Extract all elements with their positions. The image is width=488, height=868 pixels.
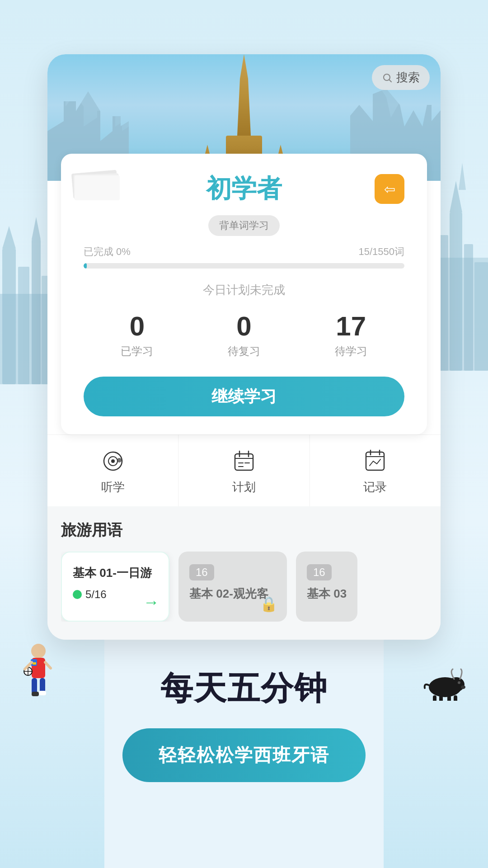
svg-marker-6: [32, 217, 41, 240]
svg-rect-3: [32, 240, 41, 384]
svg-marker-11: [459, 163, 466, 190]
svg-point-29: [448, 677, 465, 692]
svg-point-35: [461, 685, 465, 689]
progress-labels: 已完成 0% 15/1550词: [84, 245, 404, 259]
lesson-1-progress-text: 5/16: [85, 588, 107, 601]
lesson-2-count: 16: [189, 564, 214, 580]
svg-rect-32: [447, 695, 451, 701]
search-icon: [382, 72, 393, 83]
headphones-icon: [100, 448, 126, 474]
svg-rect-17: [33, 662, 36, 665]
bottom-section: 每天五分钟 轻轻松松学西班牙语: [104, 640, 384, 868]
svg-rect-47: [235, 454, 253, 470]
course-title: 初学者: [206, 172, 282, 206]
lesson-card-1[interactable]: 基本 01-一日游 5/16 →: [61, 552, 169, 622]
lesson-3-title: 基本 03: [307, 586, 347, 602]
svg-rect-31: [439, 695, 443, 701]
exchange-button[interactable]: ⇦: [375, 174, 404, 204]
svg-line-27: [45, 662, 51, 668]
svg-rect-13: [474, 262, 488, 371]
soccer-player-illustration: [18, 637, 59, 696]
svg-line-39: [389, 80, 392, 82]
stat-pending: 17 待学习: [335, 311, 367, 359]
svg-point-14: [31, 644, 46, 658]
nav-listen-label: 听学: [101, 479, 125, 495]
svg-rect-54: [366, 452, 384, 470]
lessons-section-title: 旅游用语: [61, 520, 427, 541]
svg-rect-9: [450, 212, 462, 371]
svg-rect-18: [32, 678, 37, 694]
course-header: 初学者 ⇦: [84, 172, 404, 206]
exchange-icon: ⇦: [384, 181, 395, 197]
svg-rect-30: [433, 695, 436, 701]
record-icon: [362, 448, 388, 474]
left-city-silhouette: [0, 158, 52, 384]
progress-bar: [84, 263, 404, 269]
svg-point-46: [117, 458, 122, 462]
nav-plan[interactable]: 计划: [178, 435, 310, 506]
search-label: 搜索: [396, 70, 420, 85]
course-badge: 背单词学习: [208, 215, 280, 236]
stat-review-label: 待复习: [228, 344, 260, 359]
progress-section: 已完成 0% 15/1550词: [84, 245, 404, 269]
stat-studied: 0 已学习: [121, 311, 153, 359]
svg-rect-33: [454, 695, 457, 701]
svg-rect-21: [39, 691, 46, 695]
svg-point-34: [458, 681, 460, 684]
lesson-card-2[interactable]: 16 基本 02-观光客 🔒: [178, 552, 287, 622]
stat-studied-label: 已学习: [121, 344, 153, 359]
badge-row: 背单词学习: [84, 215, 404, 236]
continue-button[interactable]: 继续学习: [84, 377, 404, 416]
progress-right: 15/1550词: [358, 245, 404, 259]
nav-listen[interactable]: 听学: [47, 435, 178, 506]
progress-left: 已完成 0%: [84, 245, 131, 259]
lesson-cards: 基本 01-一日游 5/16 → 16 基本 02-观光客 🔒 16 基本 03: [61, 552, 427, 622]
nav-icons: 听学 计划 记录: [47, 434, 441, 506]
plan-icon: [231, 448, 257, 474]
progress-fill: [84, 263, 87, 269]
continue-label: 继续学习: [211, 386, 277, 408]
tagline-title: 每天五分钟: [122, 667, 366, 710]
phone-card: 搜索 初学者 ⇦ 背单词学习 已完成 0% 15/1550词: [47, 54, 441, 640]
lesson-card-3[interactable]: 16 基本 03: [296, 552, 357, 622]
course-card: 初学者 ⇦ 背单词学习 已完成 0% 15/1550词 今日计划未完成 0: [61, 154, 427, 434]
stat-review: 0 待复习: [228, 311, 260, 359]
bull-illustration: [420, 665, 465, 701]
lesson-1-arrow: →: [143, 593, 160, 612]
stat-studied-number: 0: [121, 311, 153, 341]
svg-rect-1: [2, 249, 16, 384]
nav-plan-label: 计划: [232, 479, 256, 495]
cta-label: 轻轻松松学西班牙语: [159, 745, 329, 765]
nav-record-label: 记录: [363, 479, 387, 495]
lesson-3-count: 16: [307, 564, 332, 580]
search-button[interactable]: 搜索: [372, 65, 430, 90]
stat-pending-number: 17: [335, 311, 367, 341]
svg-rect-20: [32, 692, 39, 696]
svg-point-45: [111, 459, 115, 463]
progress-dot: [73, 590, 82, 599]
svg-rect-2: [18, 267, 29, 384]
lesson-1-title: 基本 01-一日游: [73, 565, 158, 581]
right-city-silhouette: [436, 145, 488, 371]
lock-icon-2: 🔒: [260, 595, 278, 613]
stats-row: 0 已学习 0 待复习 17 待学习: [84, 311, 404, 359]
cta-button[interactable]: 轻轻松松学西班牙语: [122, 728, 366, 782]
nav-record[interactable]: 记录: [310, 435, 441, 506]
stat-review-number: 0: [228, 311, 260, 341]
status-text: 今日计划未完成: [84, 282, 404, 298]
lessons-section: 旅游用语 基本 01-一日游 5/16 → 16 基本 02-观光客 🔒 16: [47, 506, 441, 640]
svg-rect-12: [464, 244, 473, 371]
svg-marker-5: [2, 226, 16, 249]
stat-pending-label: 待学习: [335, 344, 367, 359]
